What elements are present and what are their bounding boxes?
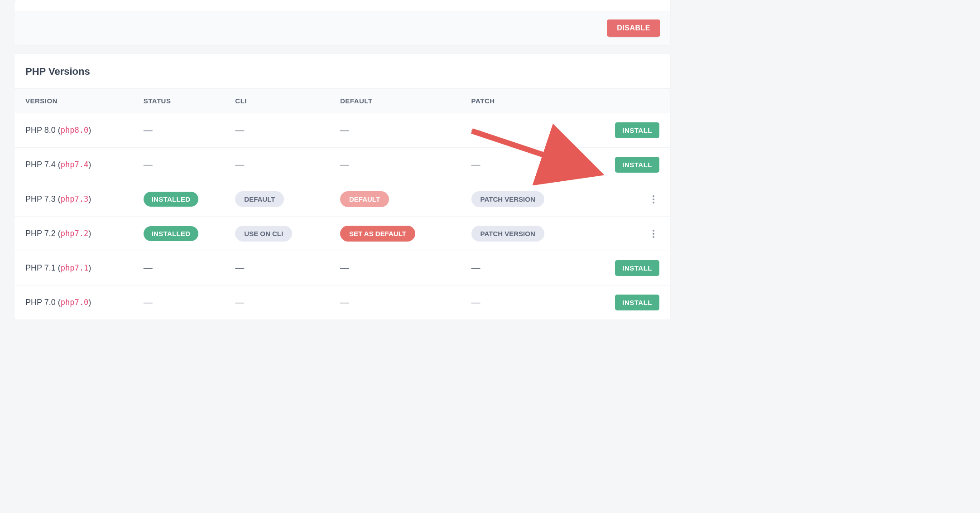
cell-status: — [133,148,225,182]
use-on-cli-button[interactable]: USE ON CLI [235,226,292,242]
table-row: PHP 7.3 (php7.3)INSTALLEDDEFAULTDEFAULTP… [14,182,670,217]
row-menu-button[interactable] [648,227,659,241]
table-row: PHP 7.1 (php7.1)————INSTALL [14,251,670,286]
install-button[interactable]: INSTALL [615,122,659,138]
version-prefix: PHP 7.1 ( [25,263,61,272]
svg-point-5 [653,236,654,238]
version-slug: php7.1 [61,263,88,272]
install-button[interactable]: INSTALL [615,260,659,276]
version-prefix: PHP 8.0 ( [25,126,61,135]
col-status: STATUS [133,89,225,113]
cell-actions [578,217,670,251]
cell-version: PHP 7.3 (php7.3) [14,182,133,217]
cell-default: — [329,148,461,182]
cell-actions [578,182,670,217]
cell-version: PHP 7.4 (php7.4) [14,148,133,182]
cell-status: — [133,113,225,148]
table-row: PHP 8.0 (php8.0)————INSTALL [14,113,670,148]
col-default: DEFAULT [329,89,461,113]
cell-default: — [329,286,461,320]
disable-button[interactable]: DISABLE [607,19,660,37]
cell-version: PHP 7.1 (php7.1) [14,251,133,286]
cli-default-badge[interactable]: DEFAULT [235,191,284,207]
version-slug: php7.0 [61,298,88,307]
dash: — [235,297,244,307]
dash: — [340,125,349,135]
cell-status: INSTALLED [133,182,225,217]
kebab-icon [652,195,655,204]
cell-cli: — [224,251,329,286]
svg-point-2 [653,202,654,203]
cell-patch: — [461,286,579,320]
col-cli: CLI [224,89,329,113]
version-suffix: ) [88,194,91,203]
version-suffix: ) [88,298,91,307]
patch-version-button[interactable]: PATCH VERSION [471,226,544,242]
col-actions [578,89,670,113]
version-suffix: ) [88,126,91,135]
cell-actions: INSTALL [578,251,670,286]
version-suffix: ) [88,263,91,272]
cell-patch: — [461,148,579,182]
set-as-default-button[interactable]: SET AS DEFAULT [340,226,415,242]
version-prefix: PHP 7.2 ( [25,229,61,238]
cell-patch: — [461,251,579,286]
dash: — [235,160,244,169]
dash: — [144,125,153,135]
top-card-body [14,0,670,11]
section-header: PHP Versions [14,54,670,89]
version-prefix: PHP 7.0 ( [25,298,61,307]
top-card-footer: DISABLE [14,11,670,45]
top-settings-card: DISABLE [14,0,670,45]
cell-default: DEFAULT [329,182,461,217]
dash: — [144,263,153,273]
svg-point-0 [653,195,654,197]
install-button[interactable]: INSTALL [615,295,659,310]
cell-version: PHP 8.0 (php8.0) [14,113,133,148]
dash: — [340,263,349,273]
version-suffix: ) [88,160,91,169]
version-prefix: PHP 7.3 ( [25,194,61,203]
version-slug: php7.2 [61,229,88,238]
col-patch: PATCH [461,89,579,113]
cell-cli: — [224,113,329,148]
cell-version: PHP 7.2 (php7.2) [14,217,133,251]
cell-actions: INSTALL [578,148,670,182]
dash: — [471,125,480,135]
cell-status: INSTALLED [133,217,225,251]
installed-badge: INSTALLED [144,226,199,241]
cell-status: — [133,286,225,320]
cell-cli: DEFAULT [224,182,329,217]
dash: — [235,263,244,273]
section-title: PHP Versions [25,66,659,77]
dash: — [340,160,349,169]
cell-cli: — [224,286,329,320]
version-slug: php7.3 [61,194,88,203]
svg-point-1 [653,198,654,200]
patch-version-button[interactable]: PATCH VERSION [471,191,544,207]
cell-cli: USE ON CLI [224,217,329,251]
installed-badge: INSTALLED [144,192,199,207]
dash: — [144,297,153,307]
dash: — [144,160,153,169]
table-row: PHP 7.4 (php7.4)————INSTALL [14,148,670,182]
version-slug: php7.4 [61,160,88,169]
dash: — [471,297,480,307]
cell-default: — [329,251,461,286]
table-body: PHP 8.0 (php8.0)————INSTALLPHP 7.4 (php7… [14,113,670,320]
cell-actions: INSTALL [578,113,670,148]
version-prefix: PHP 7.4 ( [25,160,61,169]
default-badge[interactable]: DEFAULT [340,191,389,207]
install-button[interactable]: INSTALL [615,157,659,173]
dash: — [471,160,480,169]
php-versions-table: VERSION STATUS CLI DEFAULT PATCH PHP 8.0… [14,89,670,320]
cell-actions: INSTALL [578,286,670,320]
row-menu-button[interactable] [648,192,659,207]
dash: — [235,125,244,135]
svg-point-4 [653,233,654,235]
cell-default: SET AS DEFAULT [329,217,461,251]
dash: — [471,263,480,273]
cell-version: PHP 7.0 (php7.0) [14,286,133,320]
table-row: PHP 7.2 (php7.2)INSTALLEDUSE ON CLISET A… [14,217,670,251]
cell-patch: PATCH VERSION [461,182,579,217]
